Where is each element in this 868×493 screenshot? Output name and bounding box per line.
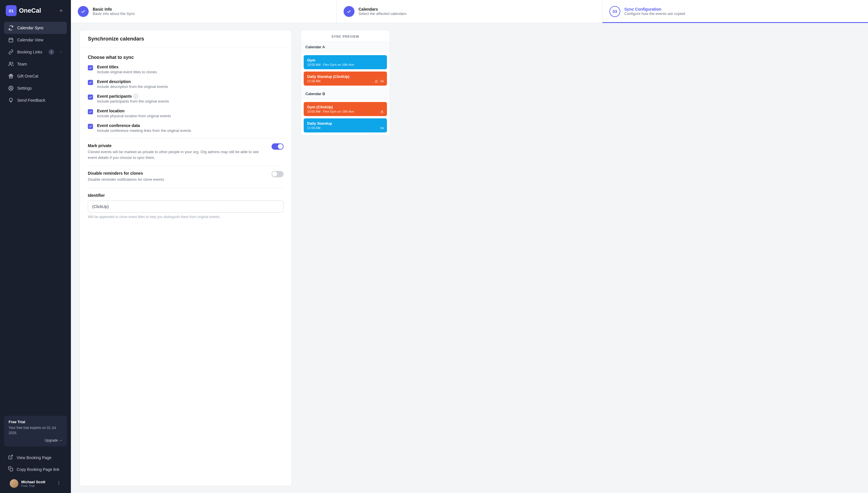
svg-point-6 [59,481,60,482]
nav-label: Calendar Sync [17,26,44,30]
check-label: Event location [97,109,171,113]
checkbox[interactable] [88,94,93,100]
toggle-sub: Disable reminder notifications for clone… [88,177,266,183]
event-card: Daily Standup 11:00 AM [304,119,387,132]
sidebar-item-feedback[interactable]: Send Feedback [4,94,67,106]
lock-icon [374,79,378,83]
preview-heading: SYNC PREVIEW [301,30,390,42]
step-title: Sync Configuration [624,7,685,12]
identifier-input[interactable] [88,200,283,213]
step-basic-info[interactable]: Basic Info Basic info about the Sync [71,0,337,23]
step-title: Basic Info [93,7,135,12]
link-label: Copy Booking Page link [17,467,60,472]
mark-private-row: Mark private Cloned events will be marke… [88,143,283,160]
check-sub: Include original event titles to clones [97,70,157,74]
preview-card: SYNC PREVIEW Calendar A Gym 10:00 AM · F… [300,30,390,135]
checkbox[interactable] [88,65,93,70]
toggle-title: Mark private [88,143,266,148]
upgrade-link[interactable]: Upgrade → [8,438,62,443]
nav-label: Calendar View [17,38,43,42]
svg-point-4 [10,88,12,89]
toggle-title: Disable reminders for clones [88,171,266,175]
svg-rect-0 [9,38,13,42]
logo[interactable]: 01 OneCal [6,5,41,16]
stepper: Basic Info Basic info about the Sync Cal… [71,0,868,23]
avatar[interactable] [10,479,18,488]
check-sub: Include conference meeting links from th… [97,128,191,133]
step-calendars[interactable]: Calendars Select the affected calendars [337,0,602,23]
link-label: View Booking Page [17,455,51,460]
check-event-participants: Event participantsi Include participants… [88,94,283,103]
copy-icon [8,466,13,472]
nav-label: Send Feedback [17,98,45,103]
copy-booking-page-link[interactable]: Copy Booking Page link [4,464,67,475]
collapse-sidebar-button[interactable] [57,7,65,15]
step-sync-config[interactable]: 03 Sync Configuration Configure how the … [602,0,868,23]
external-icon [8,454,13,460]
sync-icon [8,25,14,31]
lock-icon [380,110,384,114]
svg-rect-9 [375,81,378,83]
step-sub: Configure how the events are copied [624,12,685,16]
video-icon [380,79,384,83]
event-sub: 10:00 AM · Flex Gym on 16th Ave [307,110,384,113]
step-sub: Select the affected calendars [359,12,407,16]
step-title: Calendars [359,7,407,12]
check-label: Event titles [97,65,157,69]
event-title: Gym [307,58,384,62]
user-plan: Free Trial [21,484,45,488]
trial-title: Free Trial [8,420,62,424]
svg-point-8 [59,484,60,485]
svg-rect-10 [381,81,383,82]
view-booking-page-link[interactable]: View Booking Page [4,452,67,464]
sidebar-item-gift[interactable]: Gift OneCal [4,70,67,82]
check-icon [78,6,89,17]
event-sub: 11:00 AM [307,79,384,83]
sidebar-item-calendar-sync[interactable]: Calendar Sync [4,22,67,34]
bulb-icon [8,98,14,103]
check-sub: Include description from the original ev… [97,84,168,89]
logo-icon: 01 [6,5,17,16]
svg-point-7 [59,483,60,484]
logo-text: OneCal [19,7,41,14]
main: Basic Info Basic info about the Sync Cal… [71,0,868,493]
mark-private-toggle[interactable] [272,143,283,150]
check-event-titles: Event titles Include original event titl… [88,65,283,74]
toggle-sub: Cloned events will be marked as private … [88,149,266,160]
step-sub: Basic info about the Sync [93,12,135,16]
checkbox[interactable] [88,109,93,114]
event-card: Gym 10:00 AM · Flex Gym on 16th Ave [304,55,387,69]
checkbox[interactable] [88,80,93,85]
event-sub: 10:00 AM · Flex Gym on 16th Ave [307,63,384,66]
event-card: Gym (ClickUp) 10:00 AM · Flex Gym on 16t… [304,102,387,116]
svg-rect-12 [381,127,383,129]
nav-label: Settings [17,86,32,90]
svg-point-1 [9,62,11,64]
info-icon[interactable]: i [134,94,138,99]
sidebar-item-team[interactable]: Team [4,58,67,70]
check-icon [344,6,355,17]
trial-box: Free Trial Your free trial expires on 01… [4,416,67,447]
gear-icon [8,85,14,91]
calendar-icon [8,37,14,43]
step-number: 03 [609,6,620,17]
event-title: Daily Standup [307,121,384,126]
sidebar-item-calendar-view[interactable]: Calendar View [4,34,67,46]
event-title: Daily Standup (ClickUp) [307,74,384,79]
sidebar-item-settings[interactable]: Settings [4,82,67,94]
nav-label: Booking Links [17,50,42,54]
user-name: Michael Scott [21,480,45,484]
disable-reminders-toggle[interactable] [272,171,283,177]
team-icon [8,61,14,67]
disable-reminders-row: Disable reminders for clones Disable rem… [88,171,283,183]
sidebar: 01 OneCal Calendar Sync Calendar View Bo… [0,0,71,493]
checkbox[interactable] [88,124,93,129]
check-event-location: Event location Include physical location… [88,109,283,118]
event-title: Gym (ClickUp) [307,105,384,109]
sidebar-item-booking-links[interactable]: Booking Links 2 [4,46,67,58]
chevron-right-icon [60,50,63,54]
nav: Calendar Sync Calendar View Booking Link… [0,22,71,106]
check-label: Event description [97,79,168,84]
cal-b-heading: Calendar B [301,88,390,99]
user-menu-button[interactable] [56,481,61,486]
